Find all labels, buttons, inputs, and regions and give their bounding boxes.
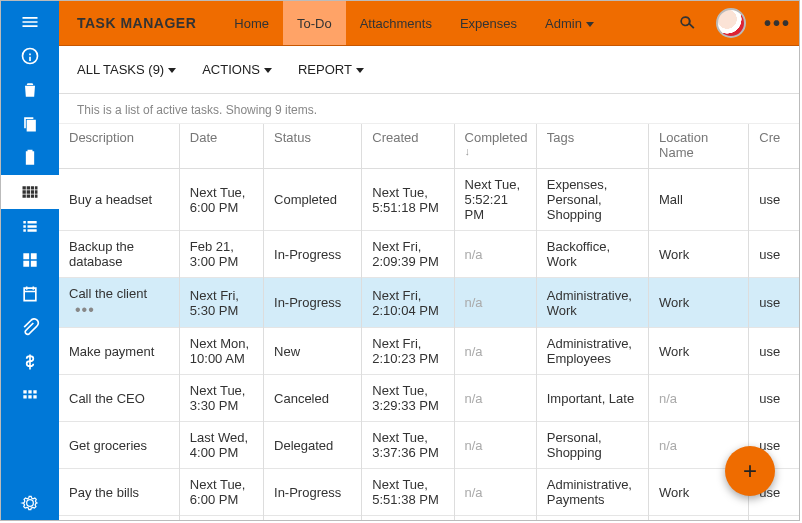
actions-menu[interactable]: ACTIONS: [202, 62, 272, 77]
table-row[interactable]: Get groceriesLast Wed, 4:00 PMDelegatedN…: [59, 422, 799, 469]
cell-description: Get groceries: [59, 422, 179, 469]
chevron-down-icon: [586, 16, 594, 31]
cell-completed: n/a: [454, 231, 536, 278]
nav-todo-label: To-Do: [297, 16, 332, 31]
cell-description: Backup the database: [59, 231, 179, 278]
report-menu[interactable]: REPORT: [298, 62, 364, 77]
clipboard-check-icon[interactable]: [1, 141, 59, 175]
col-date[interactable]: Date: [179, 124, 263, 169]
cell-description: Buy a headset: [59, 169, 179, 231]
cell-empty: [749, 516, 799, 521]
cell-tags: Administrative, Payments: [536, 469, 648, 516]
cell-status: In-Progress: [264, 469, 362, 516]
view-selector[interactable]: ALL TASKS (9): [77, 62, 176, 77]
cell-created-by: use: [749, 328, 799, 375]
cell-tags: Important, Late: [536, 375, 648, 422]
report-label: REPORT: [298, 62, 352, 77]
cell-created-by: use: [749, 278, 799, 328]
cell-created: Next Tue, 5:51:38 PM: [362, 469, 454, 516]
grid-dense-icon[interactable]: [1, 175, 59, 209]
nav-home-label: Home: [234, 16, 269, 31]
table-row[interactable]: Buy a headsetNext Tue, 6:00 PMCompletedN…: [59, 169, 799, 231]
table-row[interactable]: Pay the billsNext Tue, 6:00 PMIn-Progres…: [59, 469, 799, 516]
app-title: TASK MANAGER: [77, 15, 196, 31]
menu-icon[interactable]: [1, 5, 59, 39]
sort-down-icon: ↓: [465, 145, 526, 157]
cell-created: Next Tue, 5:51:18 PM: [362, 169, 454, 231]
col-status[interactable]: Status: [264, 124, 362, 169]
col-tags[interactable]: Tags: [536, 124, 648, 169]
cell-status: Delegated: [264, 422, 362, 469]
nav-admin[interactable]: Admin: [531, 1, 608, 45]
cell-date: Next Tue, 6:00 PM: [179, 169, 263, 231]
cell-description: Call the CEO: [59, 375, 179, 422]
gear-icon[interactable]: [1, 486, 59, 520]
cell-created: Next Fri, 2:09:39 PM: [362, 231, 454, 278]
cell-location: Work: [649, 328, 749, 375]
nav-attachments-label: Attachments: [360, 16, 432, 31]
list-icon[interactable]: [1, 209, 59, 243]
sidebar: [1, 1, 59, 520]
attachment-icon[interactable]: [1, 311, 59, 345]
nav-expenses[interactable]: Expenses: [446, 1, 531, 45]
col-created[interactable]: Created: [362, 124, 454, 169]
cell-empty: [649, 516, 749, 521]
nav-todo[interactable]: To-Do: [283, 1, 346, 45]
cell-description: Call the client •••: [59, 278, 179, 328]
nav-expenses-label: Expenses: [460, 16, 517, 31]
avatar[interactable]: [716, 8, 746, 38]
chevron-down-icon: [264, 64, 272, 75]
table-row[interactable]: Make paymentNext Mon, 10:00 AMNewNext Fr…: [59, 328, 799, 375]
col-location[interactable]: Location Name: [649, 124, 749, 169]
table-header-row: Description Date Status Created Complete…: [59, 124, 799, 169]
info-icon[interactable]: [1, 39, 59, 73]
cell-created-by: use: [749, 169, 799, 231]
row-more-icon[interactable]: •••: [69, 301, 95, 318]
cell-date: Next Tue, 6:00 PM: [179, 469, 263, 516]
cell-tags: Personal, Shopping: [536, 422, 648, 469]
cell-location: n/a: [649, 375, 749, 422]
cell-completed: Next Tue, 5:52:21 PM: [454, 169, 536, 231]
cell-created: Next Fri, 2:10:23 PM: [362, 328, 454, 375]
cell-completed: n/a: [454, 422, 536, 469]
cell-description: [59, 516, 179, 521]
search-icon[interactable]: [676, 12, 698, 34]
cell-date: Next Tue, 3:30 PM: [179, 375, 263, 422]
cell-created: Next Tue, 3:37:36 PM: [362, 422, 454, 469]
table-row[interactable]: Call the CEONext Tue, 3:30 PMCanceledNex…: [59, 375, 799, 422]
trash-icon[interactable]: [1, 73, 59, 107]
add-button[interactable]: +: [725, 446, 775, 496]
cell-date: Next Mon, 10:00 AM: [179, 328, 263, 375]
table-row[interactable]: Last Wed,: [59, 516, 799, 521]
table-row[interactable]: Call the client •••Next Fri, 5:30 PMIn-P…: [59, 278, 799, 328]
more-icon[interactable]: •••: [764, 18, 791, 28]
view-selector-label: ALL TASKS (9): [77, 62, 164, 77]
cell-completed: n/a: [454, 375, 536, 422]
cell-empty: [264, 516, 362, 521]
col-completed[interactable]: Completed↓: [454, 124, 536, 169]
grid-small-icon[interactable]: [1, 379, 59, 413]
nav-admin-label: Admin: [545, 16, 582, 31]
cell-location: Mall: [649, 169, 749, 231]
topbar: TASK MANAGER Home To-Do Attachments Expe…: [59, 1, 799, 46]
nav-attachments[interactable]: Attachments: [346, 1, 446, 45]
cell-empty: [454, 516, 536, 521]
cell-tags: Expenses, Personal, Shopping: [536, 169, 648, 231]
cell-status: In-Progress: [264, 231, 362, 278]
cell-created-by: use: [749, 375, 799, 422]
col-description[interactable]: Description: [59, 124, 179, 169]
nav-home[interactable]: Home: [220, 1, 283, 45]
info-text: This is a list of active tasks. Showing …: [59, 94, 799, 124]
table-row[interactable]: Backup the databaseFeb 21, 3:00 PMIn-Pro…: [59, 231, 799, 278]
cell-completed: n/a: [454, 469, 536, 516]
task-table: Description Date Status Created Complete…: [59, 124, 799, 520]
actions-label: ACTIONS: [202, 62, 260, 77]
calendar-icon[interactable]: [1, 277, 59, 311]
plus-icon: +: [743, 457, 757, 485]
dollar-icon[interactable]: [1, 345, 59, 379]
apps-icon[interactable]: [1, 243, 59, 277]
nav: Home To-Do Attachments Expenses Admin: [220, 1, 608, 45]
col-created-by[interactable]: Cre: [749, 124, 799, 169]
cell-status: Canceled: [264, 375, 362, 422]
copy-icon[interactable]: [1, 107, 59, 141]
